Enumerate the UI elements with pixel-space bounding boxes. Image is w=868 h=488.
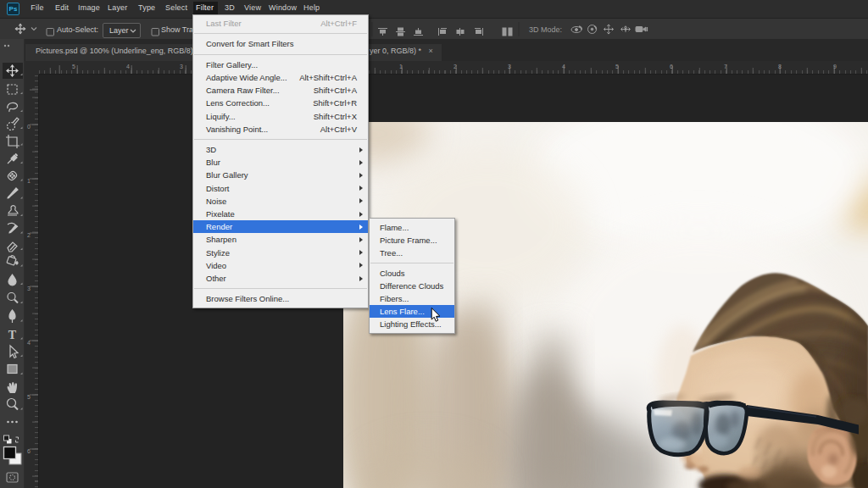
svg-text:T: T (8, 329, 17, 341)
